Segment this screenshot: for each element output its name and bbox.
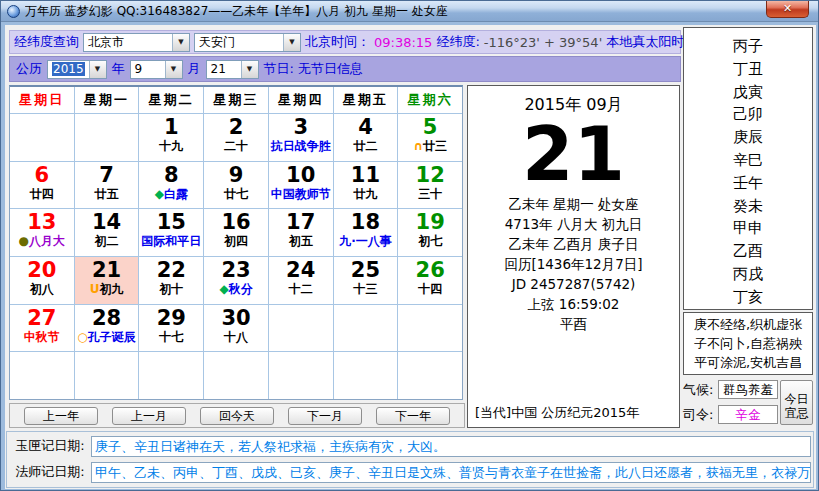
calendar-row: 6廿四7廿五8◆白露9廿七10中国教师节11廿九12三十 bbox=[10, 162, 462, 210]
close-button[interactable]: ✕ bbox=[766, 1, 809, 18]
hour-pillar-item[interactable]: 丙子 bbox=[684, 35, 812, 58]
day-subtext: 十七 bbox=[139, 330, 203, 345]
nav-button-0[interactable]: 上一年 bbox=[24, 407, 98, 425]
hour-pillar-item[interactable]: 甲申 bbox=[684, 217, 812, 240]
day-subtext: 抗日战争胜 bbox=[269, 139, 333, 154]
day-subtext-label: 廿四 bbox=[30, 187, 54, 201]
calendar-day-cell[interactable]: 24十二 bbox=[269, 257, 334, 304]
proverb-line: 平可涂泥,安机吉昌 bbox=[684, 353, 812, 372]
calendar-day-cell[interactable]: 29十七 bbox=[139, 305, 204, 352]
calendar-day-cell[interactable]: 2二十 bbox=[204, 114, 269, 161]
day-subtext: 十三 bbox=[334, 282, 398, 297]
nav-button-4[interactable]: 下一年 bbox=[376, 407, 450, 425]
day-number: 23 bbox=[204, 258, 268, 282]
calendar-row: 1十九2二十3抗日战争胜4廿二5∩廿三 bbox=[10, 114, 462, 162]
day-marker-icon: ● bbox=[19, 234, 29, 248]
hour-pillar-item[interactable]: 丁丑 bbox=[684, 58, 812, 81]
day-subtext: 十九 bbox=[139, 139, 203, 154]
title-bar[interactable]: 万年历 蓝梦幻影 QQ:316483827——乙未年【羊年】八月 初九 星期一 … bbox=[1, 1, 818, 22]
weekday-header: 星期六 bbox=[398, 87, 462, 113]
day-subtext: 国际和平日 bbox=[139, 234, 203, 249]
day-subtext: 十八 bbox=[204, 330, 268, 345]
calendar-empty-cell bbox=[334, 305, 399, 352]
month-label: 月 bbox=[188, 60, 201, 78]
day-number: 26 bbox=[398, 258, 462, 282]
calendar-day-cell[interactable]: 26十四 bbox=[398, 257, 462, 304]
day-subtext-label: 中秋节 bbox=[24, 330, 60, 344]
nav-button-3[interactable]: 下一月 bbox=[288, 407, 362, 425]
calendar-day-cell[interactable]: 1十九 bbox=[139, 114, 204, 161]
calendar-day-cell[interactable]: 25十三 bbox=[334, 257, 399, 304]
year-select-value: 2015 bbox=[52, 62, 85, 76]
day-subtext-label: 廿七 bbox=[224, 187, 248, 201]
day-subtext: 中国教师节 bbox=[269, 187, 333, 202]
calendar-day-cell[interactable]: 7廿五 bbox=[75, 162, 140, 209]
day-subtext: 二十 bbox=[204, 139, 268, 154]
calendar-day-cell[interactable]: 11廿九 bbox=[334, 162, 399, 209]
calendar-day-cell[interactable]: 16初四 bbox=[204, 209, 269, 256]
month-select[interactable]: 9 ▼ bbox=[130, 60, 183, 79]
hour-pillar-item[interactable]: 己卯 bbox=[684, 103, 812, 126]
hour-pillar-item[interactable]: 戊寅 bbox=[684, 81, 812, 104]
nav-button-2[interactable]: 回今天 bbox=[200, 407, 274, 425]
calendar-day-cell[interactable]: 14初二 bbox=[75, 209, 140, 256]
today-info-line: 乙未年 星期一 处女座 bbox=[468, 194, 679, 214]
nav-button-bar: 上一年上一月回今天下一月下一年 bbox=[9, 403, 465, 428]
close-icon: ✕ bbox=[783, 2, 792, 15]
geo-bar: 经纬度查询 北京市 ▼ 天安门 ▼ 北京时间： 09:38:15 经纬度: -1… bbox=[9, 30, 681, 54]
calendar-day-cell[interactable]: 6廿四 bbox=[10, 162, 75, 209]
day-subtext-label: 十八 bbox=[224, 330, 248, 344]
calendar-day-cell[interactable]: 9廿七 bbox=[204, 162, 269, 209]
day-number: 18 bbox=[334, 210, 398, 234]
day-number: 8 bbox=[139, 163, 203, 187]
hour-pillar-item[interactable]: 壬午 bbox=[684, 172, 812, 195]
today-info-line: 上弦 16:59:02 bbox=[468, 294, 679, 314]
calendar-day-cell[interactable]: 28○孔子诞辰 bbox=[75, 305, 140, 352]
note-text-box: 庚子、辛丑日诸神在天，若人祭祀求福，主疾病有灾，大凶。 bbox=[91, 436, 811, 457]
calendar-day-cell[interactable]: 20初八 bbox=[10, 257, 75, 304]
hour-pillar-item[interactable]: 辛巳 bbox=[684, 149, 812, 172]
calendar-day-cell[interactable]: 8◆白露 bbox=[139, 162, 204, 209]
weekday-header: 星期一 bbox=[75, 87, 140, 113]
notes-panel: 玉匣记日期:庚子、辛丑日诸神在天，若人祭祀求福，主疾病有灾，大凶。法师记日期:甲… bbox=[6, 431, 814, 488]
day-subtext: 三十 bbox=[398, 187, 462, 202]
today-info-line: JD 2457287(5742) bbox=[468, 274, 679, 294]
calendar-day-cell[interactable]: 17初五 bbox=[269, 209, 334, 256]
calendar-day-cell[interactable]: 22初十 bbox=[139, 257, 204, 304]
day-subtext: 十二 bbox=[269, 282, 333, 297]
calendar-day-cell[interactable]: 13●八月大 bbox=[10, 209, 75, 256]
day-select[interactable]: 21 ▼ bbox=[206, 60, 259, 79]
calendar-day-cell[interactable]: 12三十 bbox=[398, 162, 462, 209]
day-subtext: 十四 bbox=[398, 282, 462, 297]
note-row: 法师记日期:甲午、乙未、丙申、丁酉、戊戌、已亥、庚子、辛丑日是文殊、普贤与青衣童… bbox=[9, 459, 811, 485]
day-number: 2 bbox=[204, 115, 268, 139]
calendar-empty-cell bbox=[75, 352, 140, 399]
calendar-day-cell[interactable]: 30十八 bbox=[204, 305, 269, 352]
place-select[interactable]: 天安门 ▼ bbox=[194, 33, 301, 52]
calendar-day-cell[interactable]: 4廿二 bbox=[334, 114, 399, 161]
calendar-day-cell[interactable]: 10中国教师节 bbox=[269, 162, 334, 209]
day-marker-icon: ∩ bbox=[413, 139, 423, 153]
calendar-day-cell[interactable]: 15国际和平日 bbox=[139, 209, 204, 256]
day-marker-icon: U bbox=[90, 282, 100, 296]
chevron-down-icon: ▼ bbox=[283, 34, 300, 51]
hour-pillar-item[interactable]: 丁亥 bbox=[684, 286, 812, 309]
nav-button-1[interactable]: 上一月 bbox=[112, 407, 186, 425]
calendar-day-cell[interactable]: 18九·一八事 bbox=[334, 209, 399, 256]
calendar-day-cell[interactable]: 5∩廿三 bbox=[398, 114, 462, 161]
today-yiji-button[interactable]: 今日 宜忌 bbox=[780, 380, 813, 425]
hour-pillar-item[interactable]: 乙酉 bbox=[684, 240, 812, 263]
hour-pillar-item[interactable]: 癸未 bbox=[684, 195, 812, 218]
day-subtext-label: 十九 bbox=[159, 139, 183, 153]
calendar-day-cell[interactable]: 19初七 bbox=[398, 209, 462, 256]
calendar-day-cell[interactable]: 21U初九 bbox=[75, 257, 140, 304]
year-select[interactable]: 2015 ▼ bbox=[47, 60, 107, 79]
hour-pillar-list: 丙子丁丑戊寅己卯庚辰辛巳壬午癸未甲申乙酉丙戌丁亥 bbox=[683, 27, 813, 310]
hour-pillar-item[interactable]: 丙戌 bbox=[684, 263, 812, 286]
city-select[interactable]: 北京市 ▼ bbox=[83, 33, 190, 52]
calendar-day-cell[interactable]: 23◆秋分 bbox=[204, 257, 269, 304]
day-number: 25 bbox=[334, 258, 398, 282]
calendar-day-cell[interactable]: 3抗日战争胜 bbox=[269, 114, 334, 161]
hour-pillar-item[interactable]: 庚辰 bbox=[684, 126, 812, 149]
calendar-day-cell[interactable]: 27中秋节 bbox=[10, 305, 75, 352]
